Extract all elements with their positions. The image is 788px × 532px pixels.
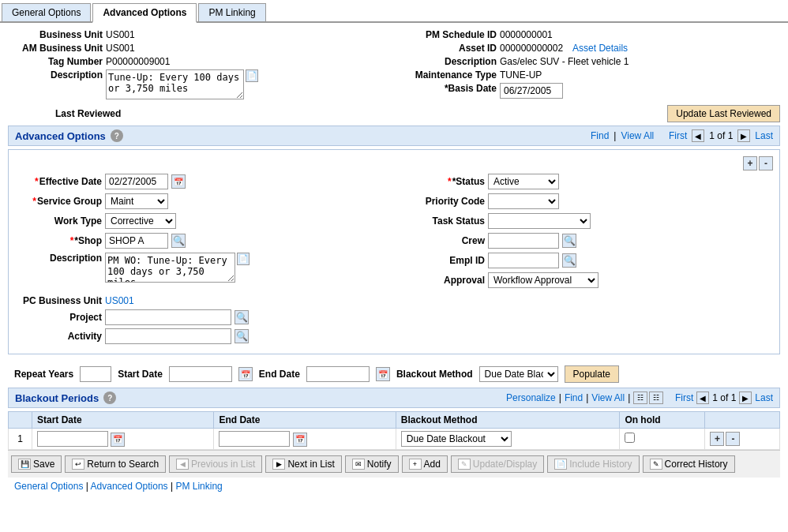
bottom-toolbar: 💾 Save ↩ Return to Search ◀ Previous in …: [8, 450, 780, 478]
prev-icon: ◀: [176, 459, 189, 470]
activity-search-btn[interactable]: 🔍: [235, 329, 249, 343]
repeat-years-input[interactable]: [80, 366, 111, 382]
bottom-link-pm-linking[interactable]: PM Linking: [175, 481, 222, 492]
task-status-label: Task Status: [398, 215, 485, 227]
next-in-list-label: Next in List: [287, 459, 334, 470]
update-display-icon: ✎: [458, 459, 471, 470]
previous-in-list-label: Previous in List: [191, 459, 255, 470]
col-actions: [705, 412, 780, 429]
tab-pm-linking[interactable]: PM Linking: [198, 3, 265, 21]
description-textarea-form[interactable]: PM WO: Tune-Up: Every 100 days or 3,750 …: [105, 253, 235, 283]
help-icon-blackout[interactable]: ?: [103, 392, 116, 404]
add-row-button[interactable]: +: [743, 156, 757, 170]
pc-business-unit-value[interactable]: US001: [105, 295, 134, 306]
description-icon-form[interactable]: 📄: [237, 253, 250, 265]
end-date-calendar-repeat[interactable]: 📅: [376, 367, 390, 381]
shop-input[interactable]: [105, 233, 168, 249]
activity-input[interactable]: [105, 328, 231, 344]
add-label: Add: [424, 459, 441, 470]
tab-advanced-options[interactable]: Advanced Options: [92, 3, 197, 23]
first-link-blackout[interactable]: First: [675, 392, 693, 403]
work-type-select[interactable]: Corrective: [105, 213, 176, 229]
personalize-link-blackout[interactable]: Personalize: [506, 392, 556, 403]
previous-in-list-button[interactable]: ◀ Previous in List: [169, 455, 262, 473]
asset-id-label: Asset ID: [402, 43, 497, 54]
task-status-select[interactable]: [488, 213, 591, 229]
next-in-list-button[interactable]: ▶ Next in List: [265, 455, 341, 473]
start-date-input-repeat[interactable]: [169, 366, 232, 382]
service-group-select[interactable]: Maint: [105, 193, 168, 209]
effective-date-calendar[interactable]: 📅: [171, 174, 186, 189]
empl-id-label: Empl ID: [398, 255, 485, 266]
grid-icons-blackout: ☷ ☷: [633, 392, 663, 404]
row-end-date-1: 📅: [214, 429, 396, 450]
empl-id-input[interactable]: [488, 253, 559, 268]
first-link-advanced[interactable]: First: [669, 130, 687, 141]
next-btn-advanced[interactable]: ▶: [737, 129, 750, 142]
find-link-blackout[interactable]: Find: [565, 392, 583, 403]
next-icon: ▶: [272, 459, 285, 470]
blackout-method-label-repeat: Blackout Method: [396, 369, 473, 380]
update-last-reviewed-button[interactable]: Update Last Reviewed: [667, 105, 780, 122]
prev-btn-blackout[interactable]: ◀: [696, 392, 709, 404]
view-all-link-advanced[interactable]: View All: [621, 130, 654, 141]
grid-icon-2-blackout[interactable]: ☷: [649, 392, 663, 404]
end-date-cal-1[interactable]: 📅: [293, 433, 307, 447]
crew-search-btn[interactable]: 🔍: [562, 234, 576, 248]
end-date-input-1[interactable]: [219, 431, 290, 447]
end-date-label-repeat: End Date: [259, 369, 300, 380]
on-hold-checkbox-1[interactable]: [625, 433, 635, 443]
approval-label: Approval: [398, 275, 485, 286]
populate-button[interactable]: Populate: [565, 365, 619, 383]
start-date-cal-1[interactable]: 📅: [111, 433, 125, 447]
table-row: 1 📅 📅 Due Date Blackout None: [9, 429, 780, 450]
repeat-blackout-row: Repeat Years Start Date 📅 End Date 📅 Bla…: [8, 361, 780, 388]
help-icon-advanced[interactable]: ?: [111, 129, 123, 142]
remove-row-btn-1[interactable]: -: [726, 432, 740, 446]
return-to-search-button[interactable]: ↩ Return to Search: [65, 455, 166, 473]
shop-search-btn[interactable]: 🔍: [171, 234, 186, 248]
effective-date-input[interactable]: [105, 174, 168, 189]
blackout-method-select-1[interactable]: Due Date Blackout None: [401, 431, 512, 447]
add-row-btn-1[interactable]: +: [710, 432, 724, 446]
empl-id-search-btn[interactable]: 🔍: [562, 253, 576, 268]
maintenance-type-value: TUNE-UP: [500, 69, 542, 81]
priority-code-select[interactable]: [488, 193, 559, 209]
blackout-periods-header: Blackout Periods ? Personalize | Find | …: [8, 388, 780, 408]
description-icon-header[interactable]: 📄: [246, 69, 258, 82]
save-button[interactable]: 💾 Save: [11, 455, 62, 473]
crew-input[interactable]: [488, 233, 559, 249]
start-date-input-1[interactable]: [37, 431, 108, 447]
basis-date-input[interactable]: [500, 83, 563, 99]
view-all-link-blackout[interactable]: View All: [591, 392, 625, 403]
add-button[interactable]: + Add: [402, 455, 448, 473]
bottom-link-general-options[interactable]: General Options: [14, 481, 83, 492]
business-unit-value: US001: [106, 29, 135, 40]
approval-select[interactable]: Workflow Approval None: [488, 272, 599, 288]
next-btn-blackout[interactable]: ▶: [739, 392, 752, 404]
blackout-method-select-repeat[interactable]: Due Date Black None: [479, 366, 558, 382]
blackout-periods-title: Blackout Periods: [15, 392, 99, 404]
last-link-advanced[interactable]: Last: [755, 130, 773, 141]
project-search-btn[interactable]: 🔍: [235, 310, 249, 324]
bottom-link-advanced-options[interactable]: Advanced Options: [91, 481, 168, 492]
project-input[interactable]: [105, 309, 231, 325]
find-link-advanced[interactable]: Find: [591, 130, 609, 141]
asset-details-link[interactable]: Asset Details: [572, 43, 628, 54]
end-date-input-repeat[interactable]: [306, 366, 370, 382]
description-textarea-header[interactable]: Tune-Up: Every 100 days or 3,750 miles: [106, 69, 244, 99]
include-history-button[interactable]: 📄 Include History: [547, 455, 639, 473]
start-date-calendar-repeat[interactable]: 📅: [238, 367, 253, 381]
remove-row-button[interactable]: -: [759, 156, 773, 170]
correct-history-icon: ✎: [650, 459, 662, 470]
prev-btn-advanced[interactable]: ◀: [692, 129, 704, 142]
correct-history-button[interactable]: ✎ Correct History: [643, 455, 735, 473]
grid-icon-1-blackout[interactable]: ☷: [633, 392, 647, 404]
activity-label: Activity: [15, 331, 102, 342]
last-link-blackout[interactable]: Last: [755, 392, 773, 403]
notify-button[interactable]: ✉ Notify: [345, 455, 399, 473]
am-business-unit-label: AM Business Unit: [8, 43, 103, 54]
tab-general-options[interactable]: General Options: [2, 3, 91, 21]
status-select[interactable]: Active Inactive: [488, 174, 559, 189]
update-display-button[interactable]: ✎ Update/Display: [451, 455, 544, 473]
